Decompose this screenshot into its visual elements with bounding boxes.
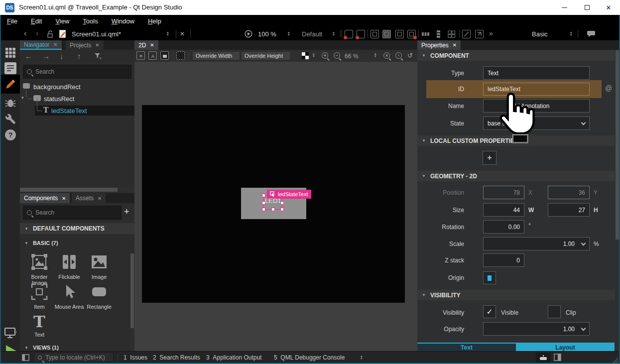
subtab-layout[interactable]: Layout: [516, 344, 615, 351]
swatch-stepper-icon[interactable]: ▴▾: [313, 52, 315, 57]
zoom-in-icon[interactable]: +: [322, 52, 328, 59]
output-pane-stepper-icon[interactable]: ▴▾: [361, 355, 363, 360]
back-icon[interactable]: ‹: [24, 29, 26, 38]
debug-mode-button[interactable]: [1, 94, 20, 112]
add-property-button[interactable]: +: [483, 151, 496, 165]
resize-handle[interactable]: [280, 208, 284, 211]
reset-view-icon[interactable]: ↺: [407, 52, 413, 59]
export-icon[interactable]: [475, 30, 484, 38]
minimize-button[interactable]: [553, 0, 576, 15]
section-views[interactable]: ▼VIEWS (1): [20, 344, 134, 351]
close-tab-icon[interactable]: ✕: [53, 42, 57, 47]
clip-checkbox[interactable]: [548, 305, 561, 318]
rows-view-icon[interactable]: [434, 30, 443, 38]
resize-grip[interactable]: [612, 357, 618, 363]
tab-properties[interactable]: Properties✕: [417, 40, 461, 50]
close-tab-icon[interactable]: ✕: [95, 42, 99, 48]
add-module-button[interactable]: +: [124, 207, 129, 217]
design-mode-button[interactable]: [1, 75, 20, 94]
run-zoom-value[interactable]: 100 %: [258, 30, 276, 38]
component-rectangle[interactable]: Rectangle: [84, 283, 115, 310]
canvas-zoom-stepper-icon[interactable]: ▴▾: [374, 52, 376, 57]
close-tab-icon[interactable]: ✕: [150, 42, 154, 48]
navigator-search-input[interactable]: [35, 68, 127, 75]
zoom-stepper-icon[interactable]: ▴▾: [288, 31, 290, 36]
component-text[interactable]: T Text: [24, 313, 55, 338]
canvas-zoom-value[interactable]: 66 %: [345, 53, 358, 60]
open-file-name[interactable]: Screen01.ui.qml*: [72, 30, 121, 38]
navigator-hscrollbar[interactable]: [20, 188, 134, 192]
menu-help[interactable]: Help: [148, 17, 161, 25]
position-x-field[interactable]: 78: [483, 186, 524, 199]
tab-components[interactable]: Components✕: [20, 193, 70, 203]
resize-handle[interactable]: [262, 194, 265, 197]
toolbar-overflow[interactable]: »: [489, 29, 493, 37]
origin-button[interactable]: [483, 271, 496, 284]
components-vscrollbar[interactable]: [130, 253, 134, 351]
override-width-input[interactable]: [196, 53, 237, 59]
kit-select[interactable]: Basic: [532, 30, 548, 38]
split-view-button[interactable]: [554, 354, 561, 363]
2d-canvas[interactable]: LED1 ledStateText: [134, 62, 417, 351]
zoom-selection-icon[interactable]: ×: [383, 52, 390, 59]
position-y-field[interactable]: 36: [548, 186, 590, 199]
background-color-swatch[interactable]: [302, 52, 309, 59]
scale-dropdown[interactable]: 1.00: [483, 237, 590, 250]
close-tab-icon[interactable]: ✕: [62, 196, 66, 201]
resize-handle[interactable]: [262, 208, 265, 211]
size-h-field[interactable]: 27: [548, 203, 590, 217]
component-item[interactable]: Item: [24, 283, 55, 310]
resize-handle[interactable]: [271, 208, 275, 211]
grid-view-icon[interactable]: [447, 30, 456, 38]
section-visibility[interactable]: ▼VISIBILITY: [417, 290, 615, 300]
output-pane-issues[interactable]: 1 Issues: [124, 354, 147, 361]
kit-stepper-icon[interactable]: ▴▾: [570, 31, 572, 36]
tree-item-backgroundRect[interactable]: backgroundRect: [33, 83, 81, 91]
edit-document-icon[interactable]: [59, 29, 67, 38]
annotation-at-icon[interactable]: @: [605, 84, 612, 92]
expand-arrow-icon[interactable]: ▾: [21, 95, 24, 100]
visible-checkbox[interactable]: ✓: [483, 305, 496, 318]
kit-selector-button[interactable]: [1, 324, 20, 342]
tab-navigator[interactable]: Navigator✕: [20, 40, 62, 50]
menu-file[interactable]: File: [7, 17, 17, 25]
tree-item-statusRect[interactable]: statusRect: [44, 95, 74, 103]
move-up-icon[interactable]: ↑: [77, 52, 81, 60]
snapping-icon[interactable]: [160, 51, 169, 60]
toggle-left-panel-icon[interactable]: [22, 354, 29, 361]
file-stepper-icon[interactable]: ▴▾: [167, 31, 169, 36]
section-component[interactable]: ▼COMPONENT: [417, 50, 615, 61]
unwrap-icon[interactable]: [395, 30, 404, 38]
annotation-edit-icon[interactable]: [462, 30, 471, 38]
snapping-anchors-icon[interactable]: A: [148, 51, 157, 60]
forward-icon[interactable]: ›: [36, 29, 38, 38]
type-field[interactable]: Text: [483, 66, 590, 80]
tab-assets[interactable]: Assets✕: [72, 193, 106, 203]
scrollbar-thumb[interactable]: [616, 50, 619, 240]
create-component-icon[interactable]: [345, 30, 353, 38]
tab-projects[interactable]: Projects✕: [66, 40, 104, 50]
output-pane-search-results[interactable]: 2 Search Results: [153, 354, 200, 361]
menu-window[interactable]: Window: [112, 17, 134, 25]
close-tab-icon[interactable]: ✕: [453, 42, 457, 48]
maximize-button[interactable]: [576, 0, 599, 15]
edit-component-icon[interactable]: [357, 30, 365, 38]
move-left-icon[interactable]: ←: [25, 52, 32, 60]
zoom-fit-icon[interactable]: ▫: [395, 52, 402, 59]
filter-icon[interactable]: [95, 53, 102, 59]
properties-vscrollbar[interactable]: [616, 50, 619, 351]
wrap-filled-icon[interactable]: [382, 30, 391, 38]
locate-input[interactable]: [45, 354, 110, 361]
show-bounds-icon[interactable]: [176, 51, 185, 60]
section-default-components[interactable]: ▼DEFAULT COMPONENTS: [20, 223, 134, 234]
close-button[interactable]: ✕: [597, 0, 620, 15]
help-button[interactable]: ?: [1, 126, 20, 144]
output-pane-qml-debugger[interactable]: 5 QML Debugger Console: [274, 354, 345, 361]
component-border-image[interactable]: Border Image: [24, 253, 55, 286]
scrollbar-thumb[interactable]: [130, 253, 134, 328]
subtab-text[interactable]: Text: [417, 344, 516, 351]
unlock-icon[interactable]: [47, 30, 54, 38]
size-w-field[interactable]: 44: [483, 203, 524, 217]
close-tab-icon[interactable]: ✕: [98, 196, 102, 201]
opacity-dropdown[interactable]: 1.00: [483, 322, 590, 336]
